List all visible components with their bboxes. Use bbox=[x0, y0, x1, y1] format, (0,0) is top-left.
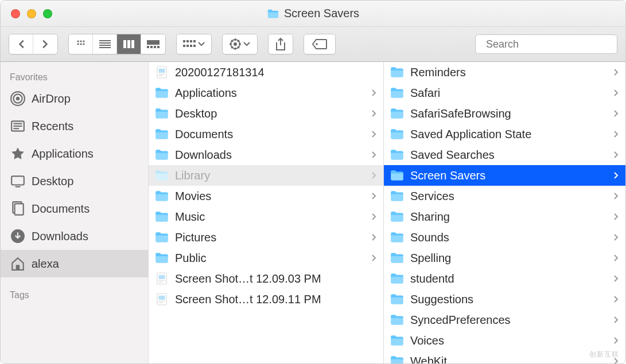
file-label: studentd bbox=[410, 272, 607, 285]
file-row[interactable]: Sounds bbox=[384, 227, 625, 248]
file-row[interactable]: Screen Savers bbox=[384, 165, 625, 186]
file-row[interactable]: Screen Shot…t 12.09.11 PM bbox=[149, 289, 383, 310]
file-row[interactable]: Movies bbox=[149, 186, 383, 206]
folder-icon bbox=[390, 293, 405, 306]
file-label: Applications bbox=[175, 87, 365, 100]
titlebar: Screen Savers bbox=[1, 1, 625, 27]
desktop-icon bbox=[10, 173, 26, 189]
column-1[interactable]: RemindersSafariSafariSafeBrowsingSaved A… bbox=[384, 62, 625, 363]
folder-icon bbox=[390, 87, 405, 99]
sidebar-item-airdrop[interactable]: AirDrop bbox=[1, 85, 148, 112]
file-label: WebKit bbox=[410, 355, 607, 364]
folder-icon bbox=[390, 355, 405, 363]
chevron-right-icon bbox=[371, 234, 378, 241]
file-row[interactable]: Voices bbox=[384, 330, 625, 351]
file-row[interactable]: SyncedPreferences bbox=[384, 310, 625, 330]
search-field[interactable] bbox=[475, 34, 617, 54]
file-row[interactable]: Sharing bbox=[384, 206, 625, 227]
folder-icon bbox=[390, 169, 405, 182]
share-button[interactable] bbox=[268, 34, 293, 54]
action-button[interactable] bbox=[222, 34, 258, 54]
view-list-button[interactable] bbox=[93, 34, 117, 54]
folder-icon bbox=[154, 107, 169, 120]
back-button[interactable] bbox=[9, 34, 33, 54]
sidebar-item-label: Documents bbox=[32, 202, 90, 216]
file-label: Safari bbox=[410, 87, 607, 100]
column-0[interactable]: 20200127181314ApplicationsDesktopDocumen… bbox=[149, 62, 384, 363]
file-image-icon bbox=[154, 272, 169, 285]
file-image-icon bbox=[154, 293, 169, 306]
file-row[interactable]: 20200127181314 bbox=[149, 62, 383, 83]
folder-icon bbox=[390, 252, 405, 264]
file-row[interactable]: studentd bbox=[384, 268, 625, 289]
file-row[interactable]: Reminders bbox=[384, 62, 625, 83]
file-row[interactable]: Downloads bbox=[149, 144, 383, 165]
sidebar-item-label: Desktop bbox=[32, 175, 73, 188]
traffic-lights bbox=[1, 9, 52, 18]
zoom-button[interactable] bbox=[43, 9, 52, 18]
tags-button[interactable] bbox=[304, 34, 336, 54]
file-label: Saved Searches bbox=[410, 148, 607, 162]
file-row[interactable]: Documents bbox=[149, 124, 383, 144]
file-row[interactable]: Pictures bbox=[149, 227, 383, 248]
file-row[interactable]: Desktop bbox=[149, 103, 383, 124]
chevron-right-icon bbox=[613, 193, 620, 199]
view-icon-button[interactable] bbox=[69, 34, 93, 54]
close-button[interactable] bbox=[11, 9, 20, 18]
sidebar-item-label: Applications bbox=[32, 147, 94, 161]
group-by-button[interactable] bbox=[176, 34, 212, 54]
forward-button[interactable] bbox=[33, 34, 57, 54]
file-label: Music bbox=[175, 210, 365, 224]
chevron-right-icon bbox=[371, 151, 378, 158]
chevron-right-icon bbox=[613, 296, 620, 303]
minimize-button[interactable] bbox=[27, 9, 36, 18]
sidebar-item-recents[interactable]: Recents bbox=[1, 112, 148, 140]
view-gallery-button[interactable] bbox=[141, 34, 165, 54]
column-view: 20200127181314ApplicationsDesktopDocumen… bbox=[149, 62, 625, 363]
chevron-right-icon bbox=[371, 110, 378, 117]
file-label: Desktop bbox=[175, 107, 365, 120]
folder-icon bbox=[390, 272, 405, 285]
toolbar bbox=[1, 27, 625, 62]
chevron-right-icon bbox=[613, 69, 620, 76]
file-row[interactable]: Suggestions bbox=[384, 289, 625, 310]
file-label: Screen Shot…t 12.09.03 PM bbox=[175, 272, 378, 285]
chevron-right-icon bbox=[613, 131, 620, 138]
sidebar-item-alexa[interactable]: alexa bbox=[1, 250, 148, 277]
chevron-right-icon bbox=[613, 234, 620, 241]
file-row[interactable]: Services bbox=[384, 186, 625, 206]
file-label: Sharing bbox=[410, 210, 607, 224]
documents-icon bbox=[10, 201, 26, 217]
folder-icon bbox=[154, 87, 169, 99]
chevron-right-icon bbox=[613, 151, 620, 158]
file-row[interactable]: Library bbox=[149, 165, 383, 186]
view-column-button[interactable] bbox=[117, 34, 141, 54]
sidebar-item-applications[interactable]: Applications bbox=[1, 140, 148, 167]
sidebar-item-downloads[interactable]: Downloads bbox=[1, 222, 148, 250]
folder-icon bbox=[154, 252, 169, 264]
file-row[interactable]: Safari bbox=[384, 83, 625, 103]
file-row[interactable]: Spelling bbox=[384, 248, 625, 268]
sidebar-item-desktop[interactable]: Desktop bbox=[1, 167, 148, 195]
file-label: Saved Application State bbox=[410, 128, 607, 141]
folder-icon bbox=[154, 210, 169, 223]
file-row[interactable]: SafariSafeBrowsing bbox=[384, 103, 625, 124]
file-label: SafariSafeBrowsing bbox=[410, 107, 607, 120]
file-row[interactable]: Applications bbox=[149, 83, 383, 103]
folder-icon bbox=[154, 148, 169, 161]
folder-icon bbox=[154, 128, 169, 140]
file-row[interactable]: Music bbox=[149, 206, 383, 227]
file-row[interactable]: Public bbox=[149, 248, 383, 268]
chevron-right-icon bbox=[371, 172, 378, 179]
chevron-right-icon bbox=[613, 255, 620, 261]
folder-icon bbox=[154, 190, 169, 202]
tags-label: Tags bbox=[1, 287, 148, 303]
search-input[interactable] bbox=[486, 38, 619, 50]
file-label: Movies bbox=[175, 190, 365, 203]
file-row[interactable]: Saved Application State bbox=[384, 124, 625, 144]
file-label: Library bbox=[175, 169, 365, 182]
file-row[interactable]: Saved Searches bbox=[384, 144, 625, 165]
sidebar-item-documents[interactable]: Documents bbox=[1, 195, 148, 222]
chevron-right-icon bbox=[371, 255, 378, 261]
file-row[interactable]: Screen Shot…t 12.09.03 PM bbox=[149, 268, 383, 289]
